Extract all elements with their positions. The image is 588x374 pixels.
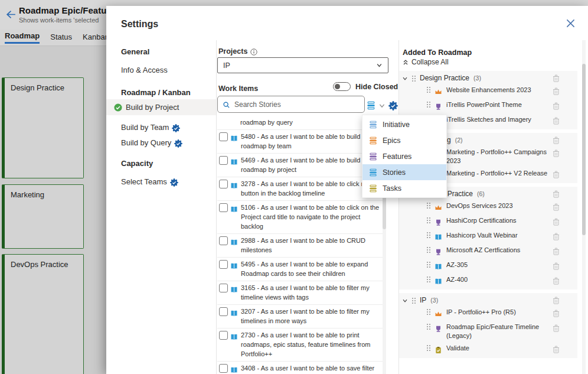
checkbox[interactable]	[219, 203, 228, 212]
delete-icon[interactable]	[553, 86, 560, 96]
nav-item-build-by-query[interactable]: Build by Query	[121, 138, 182, 148]
roadmap-item[interactable]: HashiCorp Certifications	[399, 214, 577, 229]
user-story-icon	[230, 331, 238, 342]
roadmap-card-marketing[interactable]: Marketing	[2, 184, 84, 249]
delete-icon[interactable]	[553, 344, 560, 355]
list-item[interactable]: 2988 - As a user I want to be able to CR…	[217, 234, 384, 258]
menu-item-initiative[interactable]: Initiative	[362, 116, 446, 132]
chevron-down-icon[interactable]	[378, 100, 386, 110]
checkbox[interactable]	[219, 180, 228, 188]
roadmap-card-devops-practice[interactable]: DevOps Practice	[2, 254, 84, 374]
list-item[interactable]: 3207 - As a user I want to be able to fi…	[217, 305, 384, 329]
delete-icon[interactable]	[553, 136, 560, 144]
nav-item-select-teams[interactable]: Select Teams	[121, 177, 178, 187]
roadmap-card-design-practice[interactable]: Design Practice	[2, 77, 84, 178]
search-input[interactable]	[234, 100, 360, 109]
roadmap-item[interactable]: AZ-400	[399, 274, 577, 288]
drag-handle[interactable]	[427, 203, 430, 209]
drag-handle[interactable]	[427, 232, 430, 239]
stories-level-icon[interactable]	[367, 100, 375, 110]
tab-kanban[interactable]: Kanban	[83, 32, 109, 43]
list-item[interactable]: 5106 - As a user I want to be able to cl…	[217, 201, 384, 234]
nav-item-info-access[interactable]: Info & Access	[121, 66, 168, 74]
list-item[interactable]: 5469 - As a user I want to be able to bu…	[217, 154, 384, 177]
drag-handle[interactable]	[427, 324, 430, 330]
delete-icon[interactable]	[553, 201, 560, 212]
drag-handle[interactable]	[427, 217, 430, 224]
checkbox[interactable]	[219, 156, 228, 165]
roadmap-item[interactable]: Hashicorp Vault Webinar	[399, 229, 577, 244]
roadmap-item[interactable]: Roadmap Epic/Feature Timeline (Legacy)	[399, 321, 577, 342]
card-title: DevOps Practice	[5, 255, 83, 274]
delete-icon[interactable]	[553, 308, 560, 318]
roadmap-item[interactable]: IP - Portfolio++ Pro (R5)	[399, 306, 577, 321]
list-item[interactable]: 3278 - As a user I want to be able to cl…	[217, 177, 384, 201]
drag-handle[interactable]	[412, 76, 416, 82]
checkbox[interactable]	[219, 260, 228, 269]
delete-icon[interactable]	[553, 100, 560, 111]
gear-badge-icon[interactable]	[388, 100, 398, 110]
info-icon[interactable]	[250, 47, 257, 56]
checkbox[interactable]	[219, 307, 228, 316]
drag-handle[interactable]	[427, 309, 430, 316]
projects-select[interactable]: IP	[217, 57, 388, 73]
drag-handle[interactable]	[427, 102, 430, 108]
menu-item-epics[interactable]: Epics	[362, 132, 446, 148]
delete-icon[interactable]	[553, 275, 560, 286]
panel-scrollbar[interactable]	[582, 40, 586, 374]
list-item[interactable]: 2730 - As a user I want to be able to pr…	[217, 329, 384, 362]
chevron-down-icon[interactable]	[402, 74, 408, 82]
list-item[interactable]: 3165 - As a user I want to be able to fi…	[217, 281, 384, 305]
settings-title: Settings	[121, 19, 158, 30]
chevron-down-icon[interactable]	[402, 296, 408, 304]
list-item[interactable]: 3408 - As a user I want to be able to sa…	[217, 362, 384, 374]
nav-item-build-by-project[interactable]: Build by Project	[106, 99, 216, 115]
hide-closed-toggle[interactable]	[333, 82, 351, 91]
drag-handle[interactable]	[427, 262, 430, 268]
menu-item-stories[interactable]: Stories	[362, 164, 446, 180]
stories-level-icon	[369, 168, 377, 177]
menu-item-features[interactable]: Features	[362, 148, 446, 164]
checkbox[interactable]	[219, 331, 228, 340]
delete-icon[interactable]	[553, 169, 560, 180]
menu-item-tasks[interactable]: Tasks	[362, 180, 446, 196]
roadmap-item[interactable]: Validate	[399, 342, 577, 357]
delete-icon[interactable]	[553, 261, 560, 271]
list-item[interactable]: 5480 - As a user I want to be able to bu…	[217, 130, 384, 154]
checkbox[interactable]	[219, 284, 228, 292]
delete-icon[interactable]	[553, 296, 560, 304]
roadmap-item[interactable]: iTrellis PowerPoint Theme	[399, 99, 577, 113]
drag-handle[interactable]	[412, 298, 416, 304]
group-header[interactable]: Design Practice (3)	[399, 72, 577, 84]
roadmap-item[interactable]: Microsoft AZ Certfications	[399, 244, 577, 259]
back-arrow-icon[interactable]	[6, 9, 16, 19]
delete-icon[interactable]	[553, 74, 560, 82]
checkbox[interactable]	[219, 236, 228, 245]
tab-roadmap[interactable]: Roadmap	[5, 31, 40, 44]
roadmap-item[interactable]: Website Enhancements 2023	[399, 84, 577, 99]
list-item[interactable]: 5495 - As a user I want to be able to ex…	[217, 258, 384, 281]
list-item-partial[interactable]: roadmap by query	[217, 116, 384, 130]
close-icon[interactable]	[566, 18, 577, 30]
drag-handle[interactable]	[427, 87, 430, 93]
delete-icon[interactable]	[553, 246, 560, 256]
drag-handle[interactable]	[427, 247, 430, 253]
checkbox[interactable]	[219, 364, 228, 373]
group-header[interactable]: IP (3)	[399, 294, 577, 306]
drag-handle[interactable]	[427, 277, 430, 283]
delete-icon[interactable]	[553, 231, 560, 242]
search-box	[217, 96, 365, 113]
delete-icon[interactable]	[553, 190, 560, 198]
scrollbar-thumb[interactable]	[582, 64, 586, 235]
checkbox[interactable]	[219, 132, 228, 141]
delete-icon[interactable]	[553, 216, 560, 227]
nav-item-build-by-team[interactable]: Build by Team	[121, 123, 180, 132]
collapse-all-button[interactable]: Collapse All	[403, 58, 577, 66]
drag-handle[interactable]	[427, 345, 430, 352]
roadmap-item[interactable]: AZ-305	[399, 259, 577, 274]
delete-icon[interactable]	[553, 323, 560, 333]
delete-icon[interactable]	[553, 115, 560, 126]
delete-icon[interactable]	[553, 148, 560, 158]
tab-status[interactable]: Status	[50, 32, 72, 43]
roadmap-item[interactable]: DevOps Services 2023	[399, 200, 577, 214]
